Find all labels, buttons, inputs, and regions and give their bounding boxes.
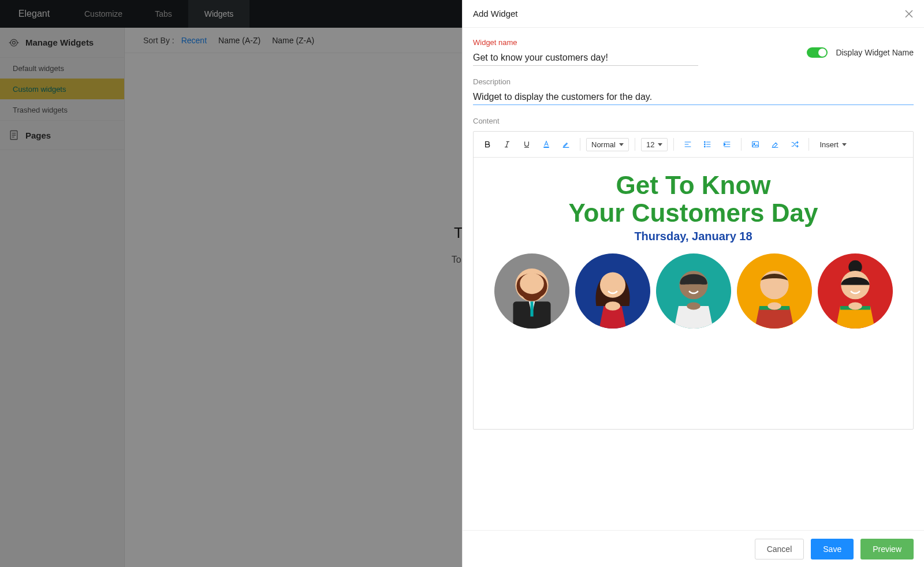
shuffle-button[interactable] <box>787 136 803 152</box>
eraser-button[interactable] <box>767 136 783 152</box>
svg-point-24 <box>687 302 700 309</box>
text-color-button[interactable] <box>538 136 554 152</box>
svg-point-27 <box>767 302 781 309</box>
svg-point-14 <box>705 146 706 147</box>
widget-name-input[interactable] <box>473 50 698 66</box>
avatar-5 <box>818 253 893 329</box>
editor-toolbar: Normal 12 Insert <box>474 132 913 158</box>
description-label: Description <box>473 77 511 86</box>
italic-button[interactable] <box>499 136 515 152</box>
font-size-label: 12 <box>646 140 654 149</box>
content-label: Content <box>473 117 914 125</box>
avatar-row <box>494 253 893 329</box>
toolbar-separator <box>635 138 635 151</box>
banner-line1: Get To Know <box>616 171 770 199</box>
preview-button[interactable]: Preview <box>860 539 914 559</box>
svg-point-31 <box>848 302 862 309</box>
chevron-down-icon <box>842 143 847 146</box>
toolbar-separator <box>741 138 742 151</box>
modal-scrim[interactable] <box>0 0 462 567</box>
widget-name-label: Widget name <box>473 38 784 47</box>
drawer-footer: Cancel Save Preview <box>463 530 924 567</box>
underline-button[interactable] <box>519 136 535 152</box>
cancel-button[interactable]: Cancel <box>755 539 804 559</box>
insert-label: Insert <box>819 140 839 149</box>
chevron-down-icon <box>658 143 662 146</box>
description-row: Description <box>473 77 914 105</box>
indent-button[interactable] <box>719 136 735 152</box>
banner-subtitle: Thursday, January 18 <box>634 230 752 243</box>
description-input[interactable] <box>473 89 914 105</box>
display-name-label: Display Widget Name <box>836 48 914 57</box>
bold-button[interactable] <box>479 136 495 152</box>
editor-canvas[interactable]: Get To Know Your Customers Day Thursday,… <box>474 158 913 429</box>
svg-point-18 <box>520 273 544 294</box>
svg-point-13 <box>705 144 706 145</box>
svg-point-12 <box>705 141 706 143</box>
svg-rect-20 <box>530 301 533 316</box>
toolbar-separator <box>580 138 580 151</box>
image-button[interactable] <box>747 136 763 152</box>
list-button[interactable] <box>699 136 716 152</box>
add-widget-drawer: Add Widget Widget name Display Widget Na… <box>462 0 924 567</box>
avatar-3 <box>656 253 731 329</box>
app-root: Elegant Customize Tabs Widgets Manage Wi… <box>0 0 924 567</box>
align-button[interactable] <box>680 136 696 152</box>
paragraph-style-label: Normal <box>591 140 616 149</box>
avatar-1 <box>494 253 569 329</box>
display-name-toggle[interactable] <box>807 47 828 58</box>
insert-dropdown[interactable]: Insert <box>819 140 847 149</box>
drawer-header: Add Widget <box>463 0 924 28</box>
toolbar-separator <box>808 138 809 151</box>
toolbar-separator <box>673 138 674 151</box>
paragraph-style-select[interactable]: Normal <box>586 138 629 151</box>
avatar-2 <box>575 253 650 329</box>
rich-text-editor: Normal 12 Insert Get To Know Yo <box>473 131 914 430</box>
drawer-body: Widget name Display Widget Name Descript… <box>463 28 924 530</box>
drawer-title: Add Widget <box>473 9 518 18</box>
font-size-select[interactable]: 12 <box>641 138 668 151</box>
display-name-row: Display Widget Name <box>807 47 914 58</box>
widget-name-row: Widget name Display Widget Name <box>473 38 914 66</box>
chevron-down-icon <box>619 143 624 146</box>
save-button[interactable]: Save <box>811 539 854 559</box>
svg-rect-11 <box>563 147 569 148</box>
svg-rect-15 <box>752 141 759 147</box>
close-icon[interactable] <box>904 9 914 18</box>
banner-line2: Your Customers Day <box>569 199 818 227</box>
highlight-button[interactable] <box>558 136 574 152</box>
svg-rect-10 <box>543 147 549 148</box>
avatar-4 <box>737 253 812 329</box>
svg-point-22 <box>605 301 620 311</box>
